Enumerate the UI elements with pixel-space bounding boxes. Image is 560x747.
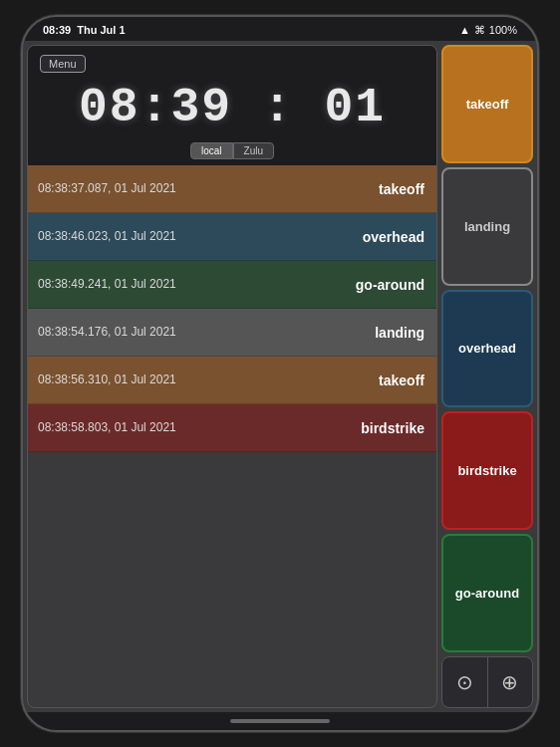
event-row[interactable]: 08:38:49.241, 01 Jul 2021go-around: [28, 261, 436, 309]
signal-icon: ▲: [459, 24, 470, 36]
status-bar: 08:39 Thu Jul 1 ▲ ⌘ 100%: [23, 17, 537, 41]
takeoff-button[interactable]: takeoff: [441, 45, 533, 163]
home-bar: [230, 719, 330, 723]
event-label: overhead: [347, 213, 436, 260]
event-time: 08:38:49.241, 01 Jul 2021: [28, 261, 344, 308]
bottom-controls: ⊙ ⊕: [441, 656, 533, 708]
landing-button[interactable]: landing: [441, 167, 533, 286]
action-buttons-container: takeofflandingoverheadbirdstrikego-aroun…: [441, 45, 533, 652]
add-icon: ⊕: [501, 670, 518, 694]
main-content: Menu 08:39 : 01 local Zulu 08:38:37.087,…: [23, 41, 537, 712]
zulu-tz-button[interactable]: Zulu: [233, 142, 274, 159]
event-time: 08:38:56.310, 01 Jul 2021: [28, 357, 347, 403]
local-tz-button[interactable]: local: [190, 142, 233, 159]
event-row[interactable]: 08:38:46.023, 01 Jul 2021overhead: [28, 213, 436, 261]
event-time: 08:38:37.087, 01 Jul 2021: [28, 165, 347, 212]
event-row[interactable]: 08:38:54.176, 01 Jul 2021landing: [28, 309, 436, 357]
event-row[interactable]: 08:38:56.310, 01 Jul 2021takeoff: [28, 357, 436, 404]
menu-button[interactable]: Menu: [40, 55, 86, 73]
event-time: 08:38:46.023, 01 Jul 2021: [28, 213, 347, 260]
event-time: 08:38:58.803, 01 Jul 2021: [28, 404, 347, 451]
event-row[interactable]: 08:38:37.087, 01 Jul 2021takeoff: [28, 165, 436, 213]
add-button[interactable]: ⊕: [488, 657, 533, 707]
clock-section: Menu 08:39 : 01 local Zulu: [28, 46, 436, 165]
battery-icon: 100%: [489, 24, 517, 36]
event-log: 08:38:37.087, 01 Jul 2021takeoff08:38:46…: [28, 165, 436, 707]
event-label: birdstrike: [347, 404, 436, 451]
birdstrike-button[interactable]: birdstrike: [441, 411, 533, 530]
overhead-button[interactable]: overhead: [441, 290, 533, 408]
timezone-toggle: local Zulu: [40, 142, 424, 159]
left-panel: Menu 08:39 : 01 local Zulu 08:38:37.087,…: [27, 45, 437, 708]
event-label: takeoff: [347, 357, 436, 403]
event-label: landing: [347, 309, 436, 356]
event-row[interactable]: 08:38:58.803, 01 Jul 2021birdstrike: [28, 404, 436, 452]
more-button[interactable]: ⊙: [442, 657, 488, 707]
status-time: 08:39 Thu Jul 1: [43, 24, 126, 36]
event-time: 08:38:54.176, 01 Jul 2021: [28, 309, 347, 356]
event-label: go-around: [344, 261, 436, 308]
goaround-button[interactable]: go-around: [441, 534, 533, 652]
wifi-icon: ⌘: [474, 24, 485, 37]
more-icon: ⊙: [456, 670, 473, 694]
clock-display: 08:39 : 01: [40, 77, 424, 138]
ipad-frame: 08:39 Thu Jul 1 ▲ ⌘ 100% Menu 08:39 : 01…: [21, 15, 539, 732]
right-panel: takeofflandingoverheadbirdstrikego-aroun…: [441, 45, 533, 708]
event-label: takeoff: [347, 165, 436, 212]
home-indicator: [23, 712, 537, 730]
status-icons: ▲ ⌘ 100%: [459, 24, 517, 37]
